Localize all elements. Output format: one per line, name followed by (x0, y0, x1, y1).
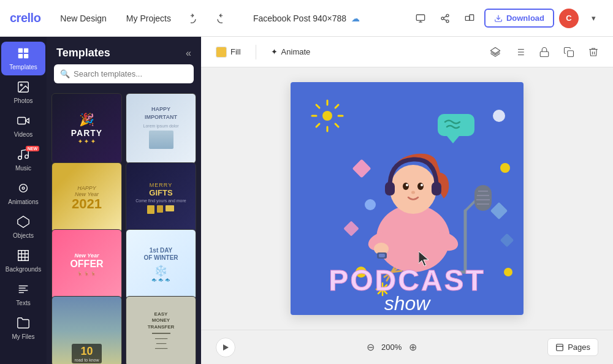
delete-button[interactable] (584, 42, 603, 62)
template-card[interactable]: 10 road to know (51, 296, 122, 364)
template-card[interactable]: EASYMONEYTRANSFER ━━━━━━━━━━━━━━ (126, 296, 196, 364)
panel-title: Templates (56, 47, 110, 59)
template-card[interactable]: HAPPY New Year 2021 (51, 162, 122, 233)
collapse-panel-button[interactable]: « (186, 48, 191, 59)
svg-point-4 (441, 17, 444, 20)
animations-icon (17, 181, 30, 197)
canvas-workspace[interactable]: PODCAST show (201, 67, 613, 330)
user-menu-button[interactable]: ▾ (584, 9, 603, 28)
user-avatar[interactable]: C (559, 9, 579, 28)
sidebar-myfiles-label: My Files (12, 333, 34, 340)
objects-icon (17, 215, 30, 230)
lock-button[interactable] (535, 42, 554, 62)
new-design-button[interactable]: New Design (55, 10, 111, 27)
sidebar-item-templates[interactable]: Templates (1, 42, 45, 75)
svg-point-21 (22, 187, 25, 189)
present-button[interactable] (411, 9, 430, 28)
fill-label: Fill (230, 47, 241, 56)
sidebar-item-myfiles[interactable]: My Files (1, 311, 45, 345)
podcast-text: PODCAST show (291, 82, 524, 315)
play-button[interactable] (216, 338, 235, 357)
svg-marker-18 (26, 118, 29, 123)
panel-header: Templates « (47, 37, 201, 64)
canvas-area: Fill ✦ Animate (201, 37, 613, 364)
search-input[interactable] (74, 64, 188, 83)
pages-label: Pages (568, 343, 590, 352)
toolbar-divider (256, 45, 256, 59)
resize-button[interactable] (460, 9, 479, 28)
template-card[interactable]: 🎉 PARTY ✦ ✦ ✦ (51, 93, 122, 164)
svg-point-5 (446, 20, 449, 22)
search-icon: 🔍 (60, 69, 70, 78)
animate-button[interactable]: ✦ Animate (266, 45, 316, 59)
template-card[interactable]: 1st DAYOF WINTER ❄️ 🐟 🐟 🐟 (126, 229, 196, 300)
svg-text:show: show (384, 292, 432, 314)
svg-line-6 (444, 19, 447, 21)
sidebar-item-backgrounds[interactable]: Backgrounds (1, 244, 45, 278)
sidebar-item-objects[interactable]: Objects (1, 210, 45, 244)
download-label: Download (506, 13, 544, 23)
align-button[interactable] (510, 42, 530, 62)
canvas-toolbar: Fill ✦ Animate (201, 37, 613, 67)
topbar-right: Download C ▾ (411, 9, 603, 28)
backgrounds-icon (17, 249, 30, 264)
download-button[interactable]: Download (484, 9, 554, 28)
pages-button[interactable]: Pages (547, 338, 598, 356)
photos-icon (17, 80, 30, 96)
sidebar-templates-label: Templates (9, 64, 37, 70)
sidebar: Templates Photos Videos NEW Music (0, 37, 47, 364)
svg-rect-11 (18, 48, 23, 53)
svg-rect-35 (568, 50, 574, 56)
svg-point-19 (18, 156, 22, 160)
undo-redo-group (186, 9, 227, 28)
zoom-value: 200% (379, 343, 404, 352)
sidebar-objects-label: Objects (13, 232, 34, 239)
sidebar-item-animations[interactable]: Animations (1, 176, 45, 210)
svg-rect-17 (18, 118, 26, 124)
svg-rect-14 (24, 54, 28, 58)
topbar: crello New Design My Projects Facebook P… (0, 0, 613, 37)
svg-marker-92 (223, 344, 229, 351)
undo-button[interactable] (186, 9, 205, 28)
template-card[interactable]: MERRY GIFTS Come find yours and more (126, 162, 196, 233)
my-projects-button[interactable]: My Projects (121, 10, 176, 27)
videos-icon (17, 114, 30, 129)
sparkle-icon: ✦ (271, 47, 278, 56)
sidebar-texts-label: Texts (16, 300, 30, 306)
sidebar-item-videos[interactable]: Videos (1, 109, 45, 143)
doc-title-text: Facebook Post 940×788 (253, 13, 346, 23)
duplicate-button[interactable] (559, 42, 579, 62)
canvas-toolbar-right (485, 42, 603, 62)
template-card[interactable]: HAPPYIMPORTANT Lorem ipsum dolor (126, 93, 196, 164)
animate-label: Animate (281, 47, 311, 56)
doc-title: Facebook Post 940×788 ☁ (253, 13, 360, 23)
svg-rect-12 (24, 48, 28, 53)
svg-rect-93 (557, 344, 563, 351)
zoom-controls: ⊖ 200% ⊕ (367, 341, 417, 353)
zoom-out-button[interactable]: ⊖ (367, 341, 375, 353)
sidebar-item-music[interactable]: NEW Music (1, 143, 45, 176)
svg-rect-34 (540, 51, 549, 56)
sidebar-item-texts[interactable]: Texts (1, 278, 45, 311)
podcast-canvas: PODCAST show (291, 82, 524, 315)
fill-color-swatch (216, 47, 227, 58)
svg-rect-9 (470, 15, 474, 20)
share-button[interactable] (435, 9, 455, 28)
sidebar-backgrounds-label: Backgrounds (6, 266, 41, 273)
templates-grid: 🎉 PARTY ✦ ✦ ✦ HAPPYIMPORTANT Lorem ipsum… (47, 91, 201, 364)
search-box: 🔍 (54, 64, 194, 83)
main-layout: Templates Photos Videos NEW Music (0, 37, 613, 364)
redo-button[interactable] (208, 9, 227, 28)
zoom-in-button[interactable]: ⊕ (409, 341, 417, 353)
canvas-wrapper: PODCAST show (291, 82, 524, 315)
sidebar-item-photos[interactable]: Photos (1, 75, 45, 109)
svg-rect-0 (416, 15, 424, 20)
svg-point-16 (20, 84, 22, 86)
layers-button[interactable] (485, 42, 505, 62)
cloud-save-icon: ☁ (351, 13, 360, 23)
fill-button[interactable]: Fill (211, 44, 246, 60)
svg-marker-22 (18, 216, 29, 227)
template-card[interactable]: New Year OFFER 🦌 🦌 🦌 (51, 229, 122, 300)
bottom-bar: ⊖ 200% ⊕ Pages (201, 330, 613, 364)
sidebar-animations-label: Animations (8, 199, 38, 205)
